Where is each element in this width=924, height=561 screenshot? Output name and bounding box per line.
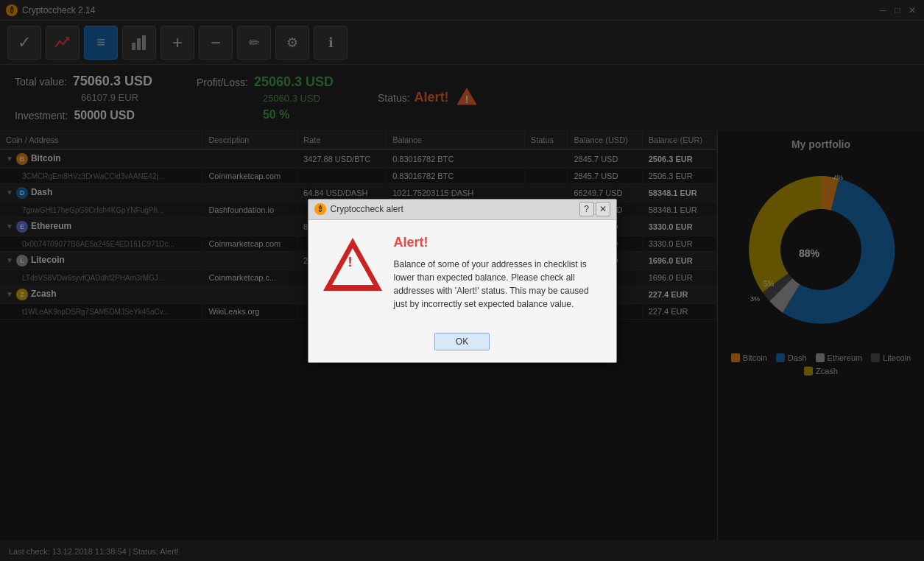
dialog-text-area: Alert! Balance of some of your addresses… <box>394 235 602 311</box>
modal-overlay[interactable]: ₿ Cryptoccheck alert ? ✕ ! Alert! Balanc… <box>0 0 924 561</box>
dialog-app-icon: ₿ <box>314 203 326 215</box>
dialog-alert-title: Alert! <box>394 235 602 250</box>
alert-icon: ! <box>323 238 382 291</box>
ok-button[interactable]: OK <box>434 333 490 350</box>
alert-exclamation: ! <box>348 255 353 269</box>
dialog-alert-body: Balance of some of your addresses in che… <box>394 258 602 311</box>
dialog-body: ! Alert! Balance of some of your address… <box>308 220 616 325</box>
dialog-footer: OK <box>308 325 616 362</box>
dialog-close-button[interactable]: ✕ <box>596 202 610 216</box>
alert-dialog: ₿ Cryptoccheck alert ? ✕ ! Alert! Balanc… <box>308 199 617 363</box>
alert-triangle-inner <box>332 248 373 285</box>
dialog-title: Cryptoccheck alert <box>331 204 578 214</box>
dialog-question-button[interactable]: ? <box>579 202 594 216</box>
dialog-icon-area: ! <box>323 235 382 311</box>
dialog-titlebar: ₿ Cryptoccheck alert ? ✕ <box>308 200 616 220</box>
